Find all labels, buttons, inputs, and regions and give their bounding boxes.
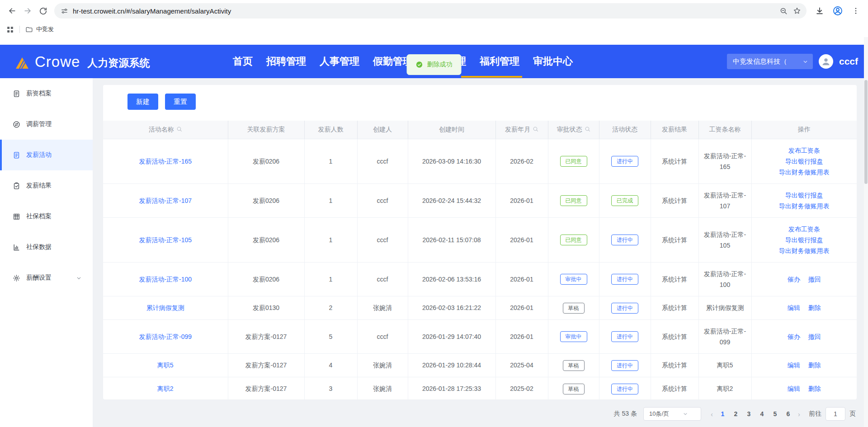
- action-link[interactable]: 导出银行报盘: [785, 190, 823, 201]
- sidebar-item-label: 薪资档案: [26, 89, 52, 98]
- creator-cell: cccf: [357, 262, 408, 296]
- action-link[interactable]: 删除: [808, 383, 821, 394]
- action-link[interactable]: 撤回: [808, 274, 821, 285]
- sidebar-item[interactable]: 发薪结果: [0, 170, 93, 201]
- approval-status-cell: 审批中: [548, 319, 599, 353]
- pay-result-cell: 系统计算: [651, 183, 698, 217]
- pay-result-cell: 系统计算: [651, 139, 698, 183]
- creator-cell: cccf: [357, 183, 408, 217]
- payslip-name-cell: 累计病假复测: [698, 296, 751, 319]
- forward-icon[interactable]: [20, 3, 35, 19]
- bookmarks-separator: [19, 26, 20, 33]
- next-page-icon[interactable]: ›: [795, 410, 803, 418]
- page-number[interactable]: 3: [742, 410, 755, 418]
- column-header[interactable]: 发薪年月: [495, 121, 548, 139]
- payslip-name-cell: 发薪活动-正常-165: [698, 139, 751, 183]
- page-jump-input[interactable]: [826, 407, 845, 421]
- pay-month-cell: 2026-02: [495, 139, 548, 183]
- nav-item[interactable]: 福利管理: [480, 55, 519, 68]
- site-settings-icon[interactable]: [61, 7, 68, 15]
- url-bar[interactable]: hr-test.croweit.cn/#/salaryManagement/sa…: [54, 3, 807, 19]
- actions-cell-links: 发布工资条导出银行报盘导出财务做账用表: [755, 145, 854, 178]
- activity-name-link[interactable]: 发薪活动-正常-107: [139, 197, 192, 204]
- sidebar-item[interactable]: 薪资档案: [0, 78, 93, 109]
- sidebar-item-label: 发薪结果: [26, 182, 52, 190]
- action-link[interactable]: 催办: [788, 331, 800, 342]
- activity-name-link[interactable]: 发薪活动-正常-099: [139, 333, 192, 340]
- nav-item[interactable]: 人事管理: [320, 55, 359, 68]
- scrollbar-thumb[interactable]: [864, 80, 868, 184]
- sidebar-item[interactable]: 社保档案: [0, 201, 93, 232]
- action-link[interactable]: 删除: [808, 302, 821, 313]
- action-link[interactable]: 发布工资条: [788, 145, 820, 156]
- action-link[interactable]: 编辑: [788, 302, 800, 313]
- page-number[interactable]: 6: [782, 410, 795, 418]
- sidebar-item[interactable]: 薪酬设置: [0, 263, 93, 293]
- action-link[interactable]: 导出财务做账用表: [779, 201, 830, 211]
- prev-page-icon[interactable]: ‹: [708, 410, 716, 418]
- action-link[interactable]: 催办: [788, 274, 800, 285]
- column-header: 创建人: [357, 121, 408, 139]
- sidebar-item[interactable]: 发薪活动: [0, 140, 93, 170]
- page-number[interactable]: 5: [769, 410, 782, 418]
- back-icon[interactable]: [5, 3, 20, 19]
- reload-icon[interactable]: [35, 3, 51, 19]
- created-time-cell: 2026-01-29 14:07:40: [408, 319, 495, 353]
- sidebar-item[interactable]: 社保数据: [0, 232, 93, 263]
- company-select[interactable]: 中竞发信息科技（: [727, 54, 813, 69]
- profile-icon[interactable]: [830, 3, 845, 19]
- action-link[interactable]: 导出财务做账用表: [779, 167, 830, 178]
- pay-result-cell: 系统计算: [651, 353, 698, 377]
- activity-name-link[interactable]: 离职2: [157, 385, 174, 392]
- download-icon[interactable]: [812, 3, 827, 19]
- url-text[interactable]: hr-test.croweit.cn/#/salaryManagement/sa…: [73, 7, 777, 15]
- toast-message: 删除成功: [407, 54, 462, 75]
- pay-result-cell: 系统计算: [651, 319, 698, 353]
- nav-item[interactable]: 招聘管理: [266, 55, 306, 68]
- actions-cell: 发布工资条导出银行报盘导出财务做账用表: [751, 217, 857, 262]
- action-link[interactable]: 导出银行报盘: [785, 235, 823, 245]
- sidebar-item-label: 社保数据: [26, 243, 52, 251]
- create-button[interactable]: 新建: [127, 94, 158, 110]
- activity-name-link[interactable]: 发薪活动-正常-105: [139, 236, 192, 244]
- sidebar-item[interactable]: 调薪管理: [0, 109, 93, 140]
- headcount-cell: 5: [304, 319, 357, 353]
- nav-item[interactable]: 首页: [233, 55, 253, 68]
- app-title: 人力资源系统: [87, 57, 150, 69]
- column-header[interactable]: 活动名称: [103, 121, 228, 139]
- action-link[interactable]: 导出财务做账用表: [779, 245, 830, 256]
- action-link[interactable]: 编辑: [788, 383, 800, 394]
- activity-name-link[interactable]: 发薪活动-正常-165: [139, 158, 192, 165]
- action-link[interactable]: 编辑: [788, 360, 800, 371]
- reset-button[interactable]: 重置: [165, 94, 196, 110]
- table-row: 发薪活动-正常-099发薪方案-01275cccf2026-01-29 14:0…: [103, 319, 857, 353]
- plan-cell: 发薪0206: [228, 139, 304, 183]
- page-size-select[interactable]: 10条/页: [643, 407, 701, 421]
- page-number[interactable]: 4: [755, 410, 769, 418]
- bookmark-folder[interactable]: 中竞发: [25, 25, 54, 33]
- search-icon: [533, 126, 538, 132]
- zoom-out-icon[interactable]: [777, 4, 790, 18]
- pay-result-cell: 系统计算: [651, 262, 698, 296]
- creator-cell: cccf: [357, 217, 408, 262]
- activity-name-link[interactable]: 累计病假复测: [146, 304, 184, 311]
- activity-name-link[interactable]: 发薪活动-正常-100: [139, 276, 192, 283]
- user-avatar[interactable]: [819, 54, 833, 69]
- nav-item[interactable]: 审批中心: [533, 55, 573, 68]
- page-number[interactable]: 2: [729, 410, 742, 418]
- bookmark-star-icon[interactable]: [790, 4, 804, 18]
- action-link[interactable]: 撤回: [808, 331, 821, 342]
- menu-dots-icon[interactable]: [848, 3, 863, 19]
- plan-cell: 发薪0206: [228, 217, 304, 262]
- sidebar-item-label: 调薪管理: [26, 120, 52, 128]
- approval-status-cell: 审批中: [548, 262, 599, 296]
- pagination: 共 53 条 10条/页 ‹ 123456 › 前往 页: [93, 405, 856, 423]
- activity-name-link[interactable]: 离职5: [157, 361, 174, 369]
- page-scrollbar[interactable]: [864, 37, 868, 427]
- action-link[interactable]: 导出银行报盘: [785, 156, 823, 167]
- action-link[interactable]: 删除: [808, 360, 821, 371]
- apps-grid-icon[interactable]: [6, 26, 14, 33]
- page-number[interactable]: 1: [716, 410, 729, 418]
- action-link[interactable]: 发布工资条: [788, 224, 820, 235]
- column-header[interactable]: 审批状态: [548, 121, 599, 139]
